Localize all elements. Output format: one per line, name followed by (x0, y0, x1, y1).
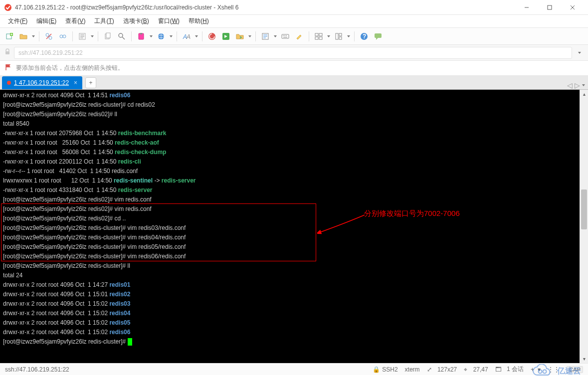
svg-rect-42 (339, 33, 342, 36)
tab-status-icon (7, 81, 11, 85)
paste-dropdown[interactable] (149, 35, 154, 37)
lock-icon: 🔒 (373, 366, 380, 373)
terminal-line: -rw-r--r-- 1 root root 41402 Oct 1 14:50… (3, 167, 577, 176)
menu-tabs[interactable]: 选项卡(B) (119, 15, 153, 27)
disconnect-icon[interactable] (42, 30, 55, 43)
menu-file[interactable]: 文件(F) (4, 15, 31, 27)
flag-icon[interactable] (5, 64, 12, 72)
app-icon (4, 3, 12, 11)
separator-icon (39, 31, 39, 41)
cloud-icon (530, 364, 554, 378)
paste-icon[interactable] (135, 30, 148, 43)
tab-close-icon[interactable]: × (74, 79, 77, 86)
xagent-icon[interactable] (205, 30, 218, 43)
globe-icon[interactable] (155, 30, 168, 43)
watermark-text: 亿速云 (557, 366, 581, 377)
help-icon[interactable]: ? (358, 30, 371, 43)
address-input[interactable]: ssh://47.106.219.251:22 (14, 47, 572, 59)
address-bar: ssh://47.106.219.251:22 (0, 45, 588, 61)
open-session-icon[interactable] (17, 30, 30, 43)
separator-icon (309, 31, 309, 41)
close-button[interactable] (561, 0, 584, 15)
watermark: 亿速云 (530, 364, 581, 378)
tab-next-icon[interactable]: ▷ (575, 81, 580, 89)
terminal-line: [root@izwz9ef5sjam9pvfyiz26lz redis02]# … (3, 110, 577, 119)
layout-icon[interactable] (312, 30, 325, 43)
scroll-up-icon[interactable]: ▴ (580, 90, 588, 98)
terminal-line: lrwxrwxrwx 1 root root 12 Oct 1 14:50 re… (3, 176, 577, 186)
tile-dropdown[interactable] (346, 35, 351, 37)
menu-edit[interactable]: 编辑(E) (32, 15, 60, 27)
menu-help[interactable]: 帮助(H) (185, 15, 213, 27)
find-icon[interactable] (115, 30, 128, 43)
svg-rect-39 (315, 37, 318, 39)
svg-point-12 (60, 35, 63, 38)
maximize-button[interactable] (538, 0, 561, 15)
svg-point-0 (4, 4, 11, 11)
svg-rect-47 (5, 51, 9, 54)
lock-icon (4, 48, 11, 57)
keyboard-icon[interactable] (279, 30, 292, 43)
tile-icon[interactable] (332, 30, 345, 43)
properties-icon[interactable] (76, 30, 89, 43)
highlight-icon[interactable] (293, 30, 306, 43)
terminal-line: drwxr-xr-x 2 root root 4096 Oct 1 14:27 … (3, 280, 577, 290)
svg-point-48 (539, 370, 542, 374)
svg-text:?: ? (363, 33, 366, 40)
new-tab-button[interactable]: + (85, 77, 96, 88)
scroll-down-icon[interactable]: ▾ (580, 355, 588, 363)
chat-icon[interactable] (372, 30, 385, 43)
terminal-area: drwxr-xr-x 2 root root 4096 Oct 1 14:51 … (0, 90, 588, 363)
menu-tools[interactable]: 工具(T) (90, 15, 118, 27)
open-session-dropdown[interactable] (31, 35, 36, 37)
toolbar: AA ? (0, 28, 588, 45)
address-dropdown[interactable] (575, 52, 584, 54)
terminal[interactable]: drwxr-xr-x 2 root root 4096 Oct 1 14:51 … (0, 90, 580, 363)
terminal-line: drwxr-xr-x 2 root root 4096 Oct 1 15:02 … (3, 328, 577, 337)
scrollbar-thumb[interactable] (581, 190, 587, 229)
position-icon: ⌖ (464, 366, 467, 373)
separator-icon (177, 31, 177, 41)
svg-point-49 (543, 370, 547, 374)
xftp-icon[interactable] (219, 30, 232, 43)
svg-rect-2 (548, 5, 552, 9)
layout-dropdown[interactable] (326, 35, 331, 37)
tab-prev-icon[interactable]: ◁ (567, 81, 573, 89)
separator-icon (202, 31, 202, 41)
font-icon[interactable]: AA (180, 30, 193, 43)
svg-text:A: A (186, 33, 191, 40)
minimize-button[interactable] (515, 0, 538, 15)
terminal-line: drwxr-xr-x 2 root root 4096 Oct 1 15:01 … (3, 290, 577, 299)
terminal-line: -rwxr-xr-x 1 root root 25160 Oct 1 14:50… (3, 138, 577, 148)
reconnect-icon[interactable] (56, 30, 69, 43)
tab-menu-icon[interactable] (582, 84, 585, 86)
scrollbar[interactable]: ▴ ▾ (580, 90, 588, 363)
font-dropdown[interactable] (194, 35, 199, 37)
session-tab[interactable]: 1 47.106.219.251:22 × (2, 76, 82, 89)
svg-rect-35 (286, 35, 287, 36)
status-protocol: 🔒SSH2 (373, 366, 397, 373)
script-dropdown[interactable] (273, 35, 278, 37)
svg-rect-37 (315, 33, 318, 36)
menubar: 文件(F) 编辑(E) 查看(V) 工具(T) 选项卡(B) 窗口(W) 帮助(… (0, 15, 588, 28)
separator-icon (131, 31, 132, 41)
copy-icon[interactable] (101, 30, 114, 43)
svg-rect-33 (283, 35, 284, 36)
script-icon[interactable] (259, 30, 272, 43)
menu-view[interactable]: 查看(V) (61, 15, 89, 27)
new-session-icon[interactable] (3, 30, 16, 43)
resize-icon: ⤢ (427, 366, 432, 373)
folder-transfer-dropdown[interactable] (247, 35, 252, 37)
terminal-line: [root@izwz9ef5sjam9pvfyiz26lz redis-clus… (3, 100, 577, 110)
svg-rect-40 (319, 37, 322, 39)
terminal-line: [root@izwz9ef5sjam9pvfyiz26lz redis-clus… (3, 261, 577, 271)
terminal-line: total 24 (3, 271, 577, 280)
globe-dropdown[interactable] (169, 35, 174, 37)
terminal-line: total 8540 (3, 119, 577, 129)
properties-dropdown[interactable] (90, 35, 95, 37)
tab-bar: 1 47.106.219.251:22 × + ◁ ▷ (0, 76, 588, 90)
annotation-text: 分别修改端口号为7002-7006 (364, 208, 460, 218)
menu-window[interactable]: 窗口(W) (154, 15, 184, 27)
folder-transfer-icon[interactable] (233, 30, 246, 43)
terminal-line: -rwxr-xr-x 1 root root 2200112 Oct 1 14:… (3, 157, 577, 167)
